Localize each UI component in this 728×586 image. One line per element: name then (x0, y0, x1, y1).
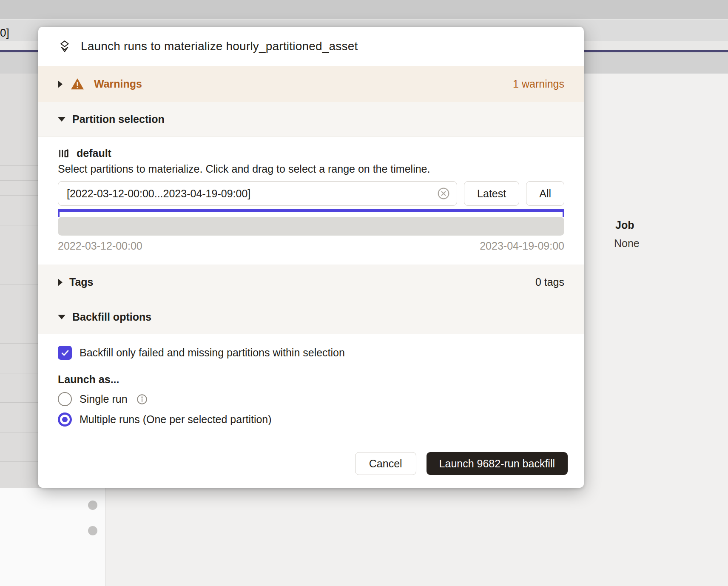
all-button[interactable]: All (526, 181, 564, 206)
asset-layers-icon (58, 40, 71, 53)
partition-selection-toggle[interactable]: Partition selection (38, 102, 584, 137)
clear-selection-icon[interactable] (436, 186, 451, 201)
timeline-selection-range[interactable] (58, 209, 564, 217)
launch-backfill-button[interactable]: Launch 9682-run backfill (427, 452, 568, 475)
multiple-runs-radio[interactable] (58, 412, 72, 427)
chevron-down-icon (58, 315, 65, 319)
backfill-options-toggle[interactable]: Backfill options (38, 300, 584, 334)
chevron-down-icon (58, 117, 65, 122)
backfill-failed-missing-label: Backfill only failed and missing partiti… (80, 347, 345, 359)
tags-section-toggle[interactable]: Tags 0 tags (38, 265, 584, 300)
single-run-label: Single run (80, 393, 128, 405)
partition-selection-label: Partition selection (72, 113, 165, 125)
background-row-dot (88, 501, 97, 510)
warnings-count-badge: 1 warnings (513, 78, 564, 90)
timeline-end-date: 2023-04-19-09:00 (480, 240, 564, 252)
backfill-options-body: Backfill only failed and missing partiti… (38, 334, 584, 439)
multiple-runs-label: Multiple runs (One per selected partitio… (80, 413, 272, 426)
backfill-options-label: Backfill options (72, 311, 151, 323)
dialog-title: Launch runs to materialize hourly_partit… (81, 40, 358, 53)
cancel-button[interactable]: Cancel (355, 452, 416, 475)
partition-selection-description: Select partitions to materialize. Click … (58, 163, 564, 175)
partition-range-input[interactable] (58, 181, 457, 206)
partition-dimension-name: default (77, 147, 111, 159)
background-top-toolbar (0, 0, 728, 19)
warning-triangle-icon (70, 78, 85, 91)
partition-selection-body: default Select partitions to materialize… (38, 137, 584, 265)
backfill-failed-missing-checkbox[interactable] (58, 346, 72, 360)
dialog-footer: Cancel Launch 9682-run backfill (38, 439, 584, 488)
job-column-value: None (614, 237, 640, 250)
partition-set-icon (58, 148, 70, 159)
timeline-start-date: 2022-03-12-00:00 (58, 240, 142, 252)
job-column-header: Job (615, 219, 634, 231)
tags-count-badge: 0 tags (535, 276, 564, 288)
launch-backfill-dialog: Launch runs to materialize hourly_partit… (38, 27, 584, 488)
warnings-label: Warnings (94, 78, 142, 90)
latest-button[interactable]: Latest (464, 181, 519, 206)
dialog-header: Launch runs to materialize hourly_partit… (38, 27, 584, 66)
chevron-right-icon (58, 279, 63, 286)
background-partial-text: 0] (0, 26, 9, 40)
warnings-section-toggle[interactable]: Warnings 1 warnings (38, 66, 584, 102)
background-row-dot (88, 526, 97, 535)
partition-timeline[interactable]: 2022-03-12-00:00 2023-04-19-09:00 (58, 209, 564, 252)
timeline-health-bar[interactable] (58, 217, 564, 236)
tags-label: Tags (69, 276, 94, 288)
info-icon[interactable] (136, 393, 148, 405)
launch-as-label: Launch as... (58, 373, 564, 386)
single-run-radio[interactable] (58, 392, 72, 406)
chevron-right-icon (58, 80, 63, 88)
